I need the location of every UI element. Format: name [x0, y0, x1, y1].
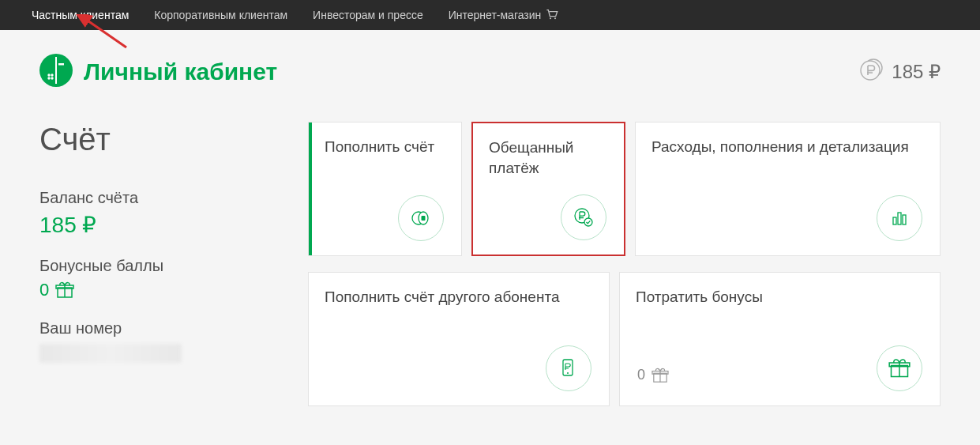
header: Личный кабинет 185 ₽ — [39, 54, 941, 90]
card-title: Обещанный платёж — [489, 138, 608, 178]
gift-icon — [55, 281, 74, 299]
card-spend-bonus[interactable]: Потратить бонусы 0 — [619, 272, 941, 406]
svg-rect-5 — [58, 63, 64, 66]
bonus-inline-value: 0 — [637, 367, 669, 383]
nav-private-clients[interactable]: Частным клиентам — [32, 9, 129, 21]
nav-online-store[interactable]: Интернет-магазин — [449, 9, 559, 22]
svg-rect-17 — [422, 216, 426, 221]
top-navigation: Частным клиентам Корпоративным клиентам … — [0, 0, 980, 30]
bonus-count: 0 — [637, 367, 645, 383]
card-promised-payment[interactable]: Обещанный платёж — [471, 122, 625, 256]
cart-icon — [546, 9, 558, 22]
brand-logo-icon — [39, 54, 73, 90]
cards-grid: Пополнить счёт Обещанный платёж Расходы,… — [308, 122, 941, 406]
phone-value-redacted — [39, 344, 182, 363]
bonus-number: 0 — [39, 280, 49, 300]
topup-icon — [398, 195, 444, 241]
nav-store-label: Интернет-магазин — [449, 9, 542, 21]
phone-ruble-icon — [546, 345, 591, 391]
svg-rect-22 — [903, 215, 906, 224]
svg-point-6 — [47, 74, 50, 76]
svg-point-7 — [51, 74, 53, 76]
bonus-value: 0 — [39, 280, 276, 300]
phone-label: Ваш номер — [39, 319, 276, 338]
gift-circle-icon — [877, 345, 922, 391]
bar-chart-icon — [877, 195, 922, 241]
balance-amount: 185 ₽ — [892, 61, 941, 83]
card-accent-strip — [309, 123, 312, 255]
svg-rect-4 — [55, 57, 57, 84]
ruble-circle-icon — [860, 58, 884, 86]
promised-payment-icon — [561, 194, 606, 240]
nav-corporate-clients[interactable]: Корпоративным клиентам — [154, 9, 287, 21]
card-topup[interactable]: Пополнить счёт — [308, 122, 462, 256]
card-title: Пополнить счёт другого абонента — [325, 287, 593, 307]
svg-rect-21 — [898, 213, 901, 224]
balance-badge[interactable]: 185 ₽ — [860, 58, 941, 86]
svg-point-24 — [567, 372, 569, 374]
page-title: Личный кабинет — [84, 58, 277, 85]
brand: Личный кабинет — [39, 54, 277, 90]
svg-point-1 — [554, 17, 556, 19]
balance-value: 185 ₽ — [39, 212, 276, 238]
card-title: Потратить бонусы — [636, 287, 924, 307]
balance-label: Баланс счёта — [39, 189, 276, 207]
svg-point-0 — [550, 17, 551, 19]
card-title: Пополнить счёт — [325, 137, 445, 157]
sidebar: Счёт Баланс счёта 185 ₽ Бонусные баллы 0… — [39, 122, 276, 406]
svg-point-8 — [47, 77, 50, 79]
card-title: Расходы, пополнения и детализация — [651, 137, 924, 157]
gift-icon — [651, 368, 669, 383]
nav-investors-press[interactable]: Инвесторам и прессе — [313, 9, 423, 21]
svg-point-9 — [51, 77, 53, 79]
card-expenses-details[interactable]: Расходы, пополнения и детализация — [635, 122, 941, 256]
sidebar-section-title: Счёт — [39, 122, 276, 157]
svg-rect-20 — [893, 217, 896, 224]
bonus-label: Бонусные баллы — [39, 257, 276, 275]
card-topup-other[interactable]: Пополнить счёт другого абонента — [308, 272, 610, 406]
